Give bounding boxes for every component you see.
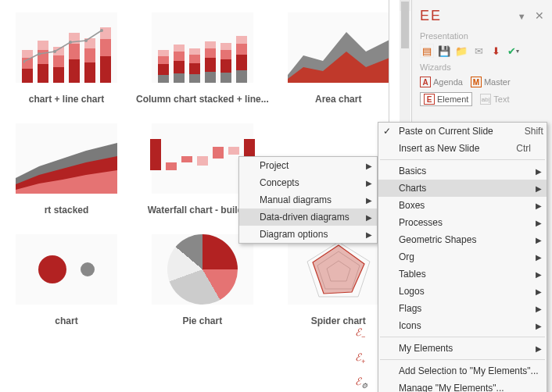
svg-point-3 xyxy=(69,41,72,44)
chart-label: Area chart xyxy=(315,94,361,105)
menu-item-boxes[interactable]: Boxes▶ xyxy=(378,197,547,214)
submenu-arrow-icon: ▶ xyxy=(536,201,542,210)
section-presentation: Presentation xyxy=(420,31,544,41)
open-icon[interactable]: 📁 xyxy=(454,44,468,58)
my-element-plus-icon[interactable]: ℰ+ xyxy=(355,351,367,365)
submenu-arrow-icon: ▶ xyxy=(536,167,542,176)
submenu-arrow-icon: ▶ xyxy=(536,287,542,296)
submenu-arrow-icon: ▶ xyxy=(536,236,542,244)
svg-point-2 xyxy=(53,50,56,53)
menu-separator xyxy=(380,337,545,337)
submenu-arrow-icon: ▶ xyxy=(366,213,372,222)
submenu-arrow-icon: ▶ xyxy=(536,219,542,227)
menu-item-manual-diagrams[interactable]: Manual diagrams▶ xyxy=(239,191,377,208)
menu-item-data-driven-diagrams[interactable]: Data-driven diagrams▶ xyxy=(239,208,377,226)
chart-thumb-pie[interactable]: Pie chart xyxy=(136,234,269,326)
menu-item-geometric-shapes[interactable]: Geometric Shapes▶ xyxy=(378,231,547,248)
menu-item-project[interactable]: Project▶ xyxy=(239,157,377,174)
menu-item-concepts[interactable]: Concepts▶ xyxy=(239,174,377,191)
save-icon[interactable]: 💾 xyxy=(437,44,451,58)
svg-marker-14 xyxy=(313,245,364,294)
shortcut-label: Ctrl xyxy=(485,143,531,154)
submenu-arrow-icon: ▶ xyxy=(536,305,542,313)
submenu-diagram-types: Project▶Concepts▶Manual diagrams▶Data-dr… xyxy=(238,156,378,244)
my-element-icons: ℰ− ℰ+ ℰ⚙ xyxy=(355,326,367,390)
menu-item-basics[interactable]: Basics▶ xyxy=(378,162,547,180)
section-wizards: Wizards xyxy=(420,62,544,72)
menu-separator xyxy=(380,159,545,160)
submenu-arrow-icon: ▶ xyxy=(366,179,372,187)
svg-point-5 xyxy=(100,29,103,32)
chart-label: rt stacked xyxy=(45,205,89,216)
context-menu-element: Paste on Current Slide✓ShiftInsert as Ne… xyxy=(378,122,547,392)
check-icon: ✓ xyxy=(383,126,391,137)
menu-item-logos[interactable]: Logos▶ xyxy=(378,283,547,300)
check-dropdown[interactable]: ✔▾ xyxy=(506,44,520,58)
chart-label: chart + line chart xyxy=(29,94,104,105)
submenu-arrow-icon: ▶ xyxy=(536,344,542,353)
menu-item-add-selection-to-my-elements[interactable]: Add Selection to "My Elements"... xyxy=(378,362,547,380)
svg-point-4 xyxy=(84,39,88,42)
menu-item-processes[interactable]: Processes▶ xyxy=(378,214,547,231)
menu-item-manage-my-elements[interactable]: Manage "My Elements"... xyxy=(378,380,547,392)
chart-thumb-col-stacked-line[interactable]: Column chart stacked + line... xyxy=(136,12,269,105)
menu-item-my-elements[interactable]: My Elements▶ xyxy=(378,340,547,357)
chart-label: Pie chart xyxy=(183,315,223,326)
my-element-gear-icon[interactable]: ℰ⚙ xyxy=(355,376,367,390)
chart-label: chart xyxy=(55,315,77,326)
menu-item-diagram-options[interactable]: Diagram options▶ xyxy=(239,226,377,243)
chart-thumb-area-stacked[interactable]: rt stacked xyxy=(16,123,117,216)
element-button[interactable]: EElement xyxy=(420,92,472,106)
chart-thumb-spider[interactable]: Spider chart xyxy=(288,234,389,326)
new-icon[interactable]: ▤ xyxy=(420,44,434,58)
submenu-arrow-icon: ▶ xyxy=(366,230,372,239)
menu-item-flags[interactable]: Flags▶ xyxy=(378,300,547,317)
menu-item-insert-as-new-slide[interactable]: Insert as New SlideCtrl xyxy=(378,140,547,157)
svg-point-1 xyxy=(38,52,41,55)
pane-options-icon[interactable]: ▼ xyxy=(518,12,526,21)
chart-thumb-col-line[interactable]: chart + line chart xyxy=(16,12,117,105)
agenda-button[interactable]: AAgenda xyxy=(420,77,463,87)
menu-item-icons[interactable]: Icons▶ xyxy=(378,317,547,334)
text-button[interactable]: ab|Text xyxy=(480,94,509,105)
my-element-minus-icon[interactable]: ℰ− xyxy=(355,326,367,340)
menu-item-charts[interactable]: Charts▶ xyxy=(378,180,547,197)
close-icon[interactable]: ✕ xyxy=(535,9,544,22)
chart-thumb-bubble[interactable]: chart xyxy=(16,234,117,326)
scroll-thumb[interactable] xyxy=(401,2,409,48)
chart-thumb-area[interactable]: Area chart xyxy=(288,12,389,105)
ee-logo: EE xyxy=(420,8,442,24)
menu-item-tables[interactable]: Tables▶ xyxy=(378,265,547,283)
menu-item-paste-on-current-slide[interactable]: Paste on Current Slide✓Shift xyxy=(378,123,547,140)
submenu-arrow-icon: ▶ xyxy=(366,162,372,170)
submenu-arrow-icon: ▶ xyxy=(366,196,372,205)
chart-label: Column chart stacked + line... xyxy=(136,94,269,105)
submenu-arrow-icon: ▶ xyxy=(536,322,542,330)
submenu-arrow-icon: ▶ xyxy=(536,270,542,279)
mail-icon[interactable]: ✉ xyxy=(471,44,486,58)
submenu-arrow-icon: ▶ xyxy=(536,253,542,262)
menu-separator xyxy=(380,359,545,360)
chart-label: Spider chart xyxy=(311,315,366,326)
submenu-arrow-icon: ▶ xyxy=(536,184,542,193)
shortcut-label: Shift xyxy=(493,126,543,137)
download-icon[interactable]: ⬇ xyxy=(489,44,503,58)
master-button[interactable]: MMaster xyxy=(471,77,511,87)
menu-item-org[interactable]: Org▶ xyxy=(378,248,547,265)
